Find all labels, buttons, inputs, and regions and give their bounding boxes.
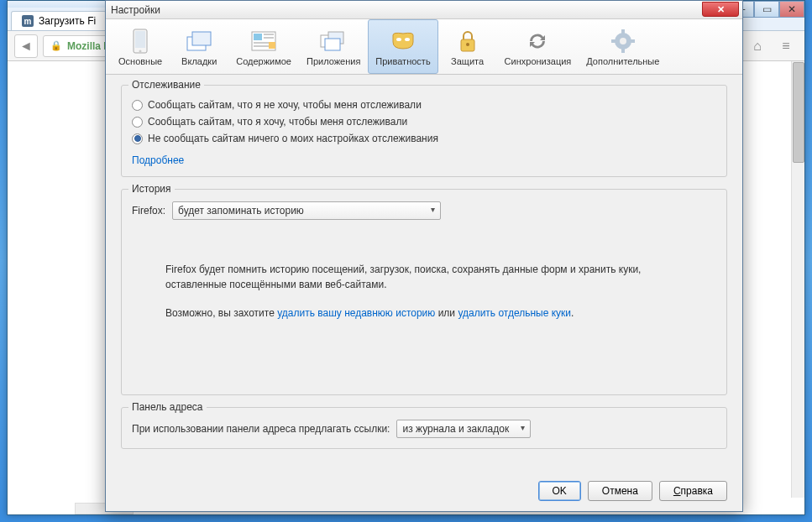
clear-recent-history-link[interactable]: удалить вашу недавнюю историю <box>277 307 435 319</box>
dialog-body: Отслеживание Сообщать сайтам, что я не х… <box>106 75 742 471</box>
dialog-title: Настройки <box>111 4 160 16</box>
tab-favicon-icon: m <box>22 15 34 27</box>
general-icon <box>127 28 154 55</box>
svg-rect-7 <box>264 34 274 35</box>
tab-privacy[interactable]: Приватность <box>368 19 437 74</box>
svg-rect-8 <box>264 37 274 39</box>
applications-icon <box>320 28 347 55</box>
tab-content[interactable]: Содержимое <box>228 19 299 74</box>
dialog-titlebar: Настройки ✕ <box>106 1 742 19</box>
dialog-close-button[interactable]: ✕ <box>702 2 739 17</box>
maximize-button[interactable]: ▭ <box>754 1 779 18</box>
scrollbar-thumb[interactable] <box>793 62 804 163</box>
radio-icon <box>132 133 143 144</box>
gear-icon <box>610 28 637 55</box>
home-icon[interactable]: ⌂ <box>746 34 769 58</box>
scrollbar[interactable] <box>791 61 804 498</box>
radio-icon <box>132 117 143 128</box>
menu-icon[interactable]: ≡ <box>774 34 798 58</box>
svg-rect-4 <box>192 32 211 45</box>
svg-rect-6 <box>254 34 262 40</box>
sync-icon <box>524 28 551 55</box>
svg-rect-11 <box>269 42 275 49</box>
svg-point-2 <box>139 50 142 52</box>
tracking-learn-more-link[interactable]: Подробнее <box>132 154 184 166</box>
tracking-option-dnt-on[interactable]: Сообщать сайтам, что я не хочу, чтобы ме… <box>132 99 716 111</box>
svg-point-15 <box>396 38 401 41</box>
browser-tab[interactable]: m Загрузить Fi <box>11 11 107 30</box>
remove-cookies-link[interactable]: удалить отдельные куки <box>458 307 571 319</box>
close-button[interactable]: ✕ <box>779 1 804 18</box>
tab-security[interactable]: Защита <box>438 19 497 74</box>
svg-rect-1 <box>135 31 145 48</box>
addressbar-fieldset: Панель адреса При использовании панели а… <box>121 407 727 449</box>
svg-rect-14 <box>325 39 340 50</box>
tracking-option-no-pref[interactable]: Не сообщать сайтам ничего о моих настрой… <box>132 133 716 144</box>
settings-dialog: Настройки ✕ Основные Вкладки Содержимое <box>105 0 743 512</box>
tab-tabs[interactable]: Вкладки <box>170 19 228 74</box>
svg-point-20 <box>620 38 626 44</box>
radio-icon <box>132 100 143 111</box>
tabs-icon <box>186 28 212 55</box>
svg-rect-21 <box>621 29 625 34</box>
tracking-option-dnt-off[interactable]: Сообщать сайтам, что я хочу, чтобы меня … <box>132 116 716 128</box>
svg-rect-23 <box>611 39 616 43</box>
svg-rect-22 <box>621 48 625 53</box>
content-icon <box>250 28 277 55</box>
settings-tabbar: Основные Вкладки Содержимое Приложения П… <box>106 19 742 75</box>
history-legend: История <box>128 183 175 195</box>
tracking-fieldset: Отслеживание Сообщать сайтам, что я не х… <box>121 85 727 177</box>
addressbar-legend: Панель адреса <box>128 401 207 413</box>
history-mode-select[interactable]: будет запоминать историю <box>172 201 441 220</box>
back-button[interactable]: ◄ <box>14 34 38 58</box>
security-lock-icon <box>454 28 481 55</box>
svg-point-16 <box>405 38 410 41</box>
history-fieldset: История Firefox: будет запоминать истори… <box>121 189 727 395</box>
ok-button[interactable]: OK <box>538 481 581 501</box>
tracking-legend: Отслеживание <box>128 79 204 91</box>
lock-icon: 🔒 <box>50 40 62 51</box>
tab-title: Загрузить Fi <box>39 15 96 27</box>
cancel-button[interactable]: Отмена <box>588 481 652 501</box>
addressbar-suggest-select[interactable]: из журнала и закладок <box>396 420 531 438</box>
tab-sync[interactable]: Синхронизация <box>497 19 579 74</box>
tab-general[interactable]: Основные <box>111 19 170 74</box>
tab-advanced[interactable]: Дополнительные <box>579 19 667 74</box>
dialog-buttons: OK Отмена Справка <box>538 481 728 501</box>
svg-point-18 <box>466 43 469 46</box>
history-description: Firefox будет помнить историю посещений,… <box>165 262 699 321</box>
help-button[interactable]: Справка <box>659 481 727 501</box>
svg-rect-24 <box>630 39 635 43</box>
tab-applications[interactable]: Приложения <box>299 19 368 74</box>
privacy-mask-icon <box>390 28 416 55</box>
history-firefox-label: Firefox: <box>132 205 165 217</box>
addressbar-suggest-label: При использовании панели адреса предлага… <box>132 423 390 435</box>
